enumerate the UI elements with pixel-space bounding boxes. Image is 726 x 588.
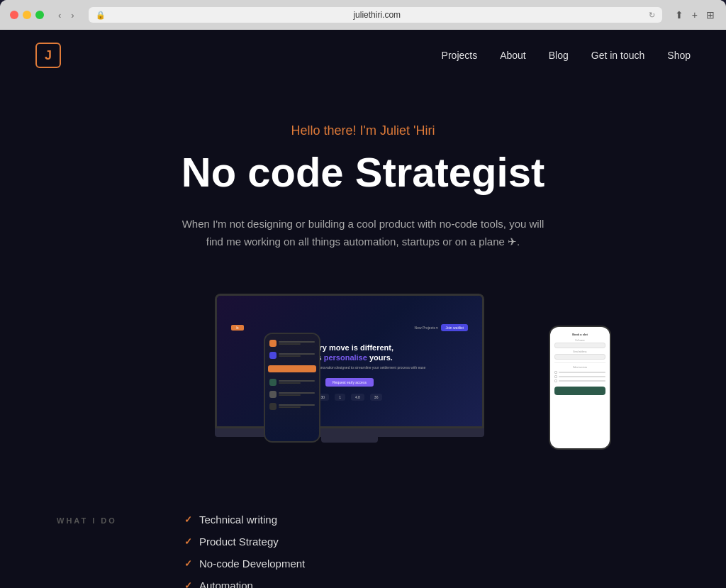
app-icon <box>269 391 277 398</box>
tabs-button[interactable]: ⊞ <box>705 8 716 22</box>
app-name <box>279 341 315 343</box>
site-nav: J Projects About Blog Get in touch Shop <box>0 30 726 81</box>
maximize-button[interactable] <box>35 11 44 19</box>
app-icon <box>269 352 277 359</box>
app-name <box>279 404 315 406</box>
site-logo[interactable]: J <box>35 43 61 68</box>
phone-highlight-button <box>268 365 316 372</box>
skill-item-2: ✓ Product Strategy <box>184 536 322 548</box>
hero-title: No code Strategist <box>14 150 712 195</box>
phone-app-row <box>268 401 316 411</box>
browser-titlebar: ‹ › 🔒 ↻ ⬆ + ⊞ <box>0 0 726 30</box>
phone-form-header: Book a slot <box>554 333 605 336</box>
checkbox <box>554 371 557 374</box>
phone-field-label: Email address <box>554 350 605 353</box>
app-subtitle <box>279 406 301 408</box>
checkbox <box>554 375 557 378</box>
hero-image-area: b New Projects ▾ Join waitlist Every mov… <box>115 279 611 450</box>
phone-submit-btn <box>554 387 605 395</box>
laptop-stats: 30 1 4.8 36 <box>317 394 383 401</box>
app-info <box>279 404 315 408</box>
nav-links: Projects About Blog Get in touch Shop <box>442 49 691 62</box>
checkmark-icon: ✓ <box>184 580 192 588</box>
hero-description: When I'm not designing or building a coo… <box>179 215 547 251</box>
forward-button[interactable]: › <box>68 9 77 22</box>
phone-mockup-left <box>264 333 320 443</box>
minimize-button[interactable] <box>23 11 31 19</box>
app-icon <box>269 403 277 410</box>
hero-greeting: Hello there! I'm Juliet 'Hiri <box>14 123 712 138</box>
section-label: WHAT I DO <box>57 514 128 525</box>
laptop-mockup: b New Projects ▾ Join waitlist Every mov… <box>215 294 484 450</box>
security-icon: 🔒 <box>96 11 106 20</box>
form-divider <box>554 362 605 363</box>
skill-label: No-code Development <box>199 558 305 570</box>
phone-section-label: Select services <box>554 366 605 369</box>
nav-get-in-touch[interactable]: Get in touch <box>591 50 645 61</box>
app-subtitle <box>279 382 301 384</box>
greeting-name: Juliet 'Hiri <box>380 123 435 138</box>
address-bar[interactable] <box>110 10 644 20</box>
laptop-base <box>215 428 484 437</box>
laptop-request-btn: Request early access <box>325 378 374 387</box>
app-subtitle <box>279 355 301 357</box>
skill-item-3: ✓ No-code Development <box>184 558 322 570</box>
phone-right-screen: Book a slot Full name Email address Sele… <box>550 327 610 448</box>
nav-about[interactable]: About <box>500 50 526 61</box>
app-icon <box>269 379 277 386</box>
nav-projects[interactable]: Projects <box>442 50 478 61</box>
phone-email-field <box>554 354 605 360</box>
browser-navigation: ‹ › <box>55 9 77 22</box>
app-subtitle <box>279 394 301 396</box>
laptop-nav-links: New Projects ▾ <box>415 326 439 330</box>
stat-item: 36 <box>370 394 383 401</box>
share-button[interactable]: ⬆ <box>674 8 685 22</box>
logo-letter: J <box>45 48 52 63</box>
app-name <box>279 380 315 382</box>
skill-label: Automation <box>199 579 253 588</box>
skills-list: ✓ Technical writing ✓ Product Strategy ✓… <box>184 514 322 588</box>
app-info <box>279 353 315 357</box>
nav-blog[interactable]: Blog <box>549 50 569 61</box>
skill-label: Product Strategy <box>199 536 279 548</box>
website-content: J Projects About Blog Get in touch Shop … <box>0 30 726 588</box>
phone-app-list <box>268 338 316 411</box>
app-name <box>279 392 315 394</box>
checkbox-label <box>559 376 605 377</box>
app-info <box>279 392 315 396</box>
new-tab-button[interactable]: + <box>691 8 699 22</box>
phone-name-field <box>554 343 605 348</box>
back-button[interactable]: ‹ <box>55 9 64 22</box>
address-bar-container: 🔒 ↻ <box>89 7 662 23</box>
skill-item-4: ✓ Automation <box>184 579 322 588</box>
app-icon <box>269 340 277 347</box>
app-subtitle <box>279 343 301 345</box>
checkbox-label <box>559 372 605 373</box>
greeting-prefix: Hello there! I'm <box>291 123 380 138</box>
phone-app-row <box>268 377 316 387</box>
laptop-stand <box>321 437 378 443</box>
phone-app-row <box>268 350 316 360</box>
reload-button[interactable]: ↻ <box>649 11 655 20</box>
what-i-do-section: WHAT I DO ✓ Technical writing ✓ Product … <box>0 478 726 588</box>
app-info <box>279 341 315 345</box>
laptop-screen: b New Projects ▾ Join waitlist Every mov… <box>215 294 484 428</box>
laptop-nav: b New Projects ▾ Join waitlist <box>225 321 474 334</box>
stat-item: 1 <box>335 394 345 401</box>
phone-left-screen <box>265 334 319 441</box>
checkbox <box>554 379 557 382</box>
nav-shop[interactable]: Shop <box>667 50 691 61</box>
browser-actions: ⬆ + ⊞ <box>674 8 716 22</box>
laptop-cta-btn: Join waitlist <box>441 324 468 331</box>
traffic-lights <box>10 11 44 19</box>
checkbox-row <box>554 379 605 382</box>
phone-field-label: Full name <box>554 339 605 342</box>
laptop-screen-inner: b New Projects ▾ Join waitlist Every mov… <box>217 296 482 426</box>
checkbox-label <box>559 380 605 382</box>
close-button[interactable] <box>10 11 18 19</box>
stat-item: 4.8 <box>351 394 364 401</box>
checkmark-icon: ✓ <box>184 558 192 569</box>
phone-app-row <box>268 389 316 399</box>
phone-mockup-right: Book a slot Full name Email address Sele… <box>549 326 611 450</box>
skill-label: Technical writing <box>199 514 277 526</box>
